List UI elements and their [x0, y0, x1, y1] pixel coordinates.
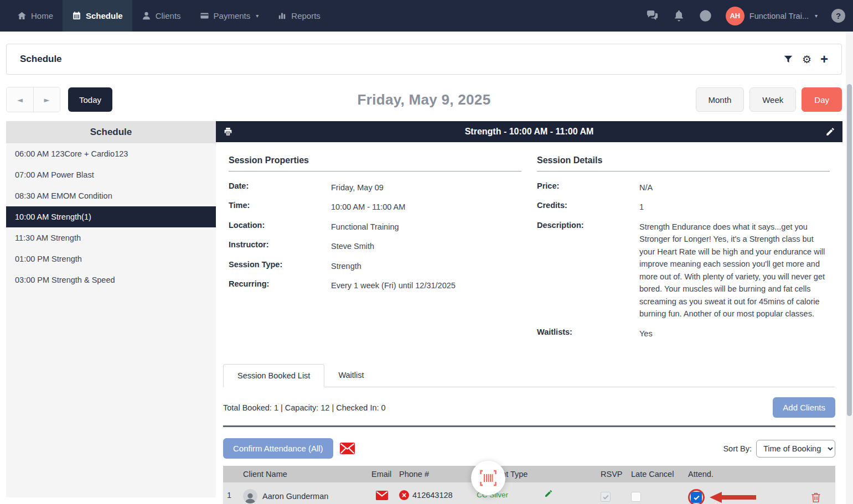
next-day-button[interactable]: ►	[33, 87, 60, 112]
person-photo-icon	[244, 491, 256, 503]
tab-waitlist[interactable]: Waitlist	[324, 364, 378, 387]
session-info-columns: Session Properties Date:Friday, May 09 T…	[229, 153, 830, 347]
home-icon	[17, 11, 27, 20]
client-avatar[interactable]	[243, 489, 257, 503]
divider	[229, 171, 521, 172]
page-header-card: Schedule ⚙ +	[6, 44, 842, 75]
location-value: Functional Training	[331, 221, 399, 233]
col-rsvp: RSVP	[601, 470, 631, 479]
nav-payments-label: Payments	[214, 11, 251, 20]
nav-schedule-label: Schedule	[86, 11, 123, 20]
calendar-icon	[72, 11, 81, 20]
rsvp-cell	[601, 489, 631, 502]
session-details: Session Details Price:N/A Credits:1 Desc…	[537, 153, 830, 347]
nav-utilities: AH Functional Trai... ▾ ?	[646, 0, 845, 32]
chevron-down-icon: ▾	[815, 13, 818, 19]
today-button[interactable]: Today	[68, 87, 112, 112]
scan-checkin-button[interactable]	[471, 461, 505, 495]
nav-reports-label: Reports	[291, 11, 320, 20]
sidebar-session-0830[interactable]: 08:30 AM EMOM Condition	[6, 185, 216, 206]
description-value: Strength Endurance does what it says...g…	[639, 221, 830, 320]
attendance-actions: Confirm Attendance (All)	[223, 438, 355, 459]
waitlists-label: Waitlists:	[537, 328, 639, 340]
sidebar-session-1300[interactable]: 01:00 PM Strength	[6, 248, 216, 269]
booking-summary: Total Booked: 1 | Capacity: 12 | Checked…	[223, 403, 386, 412]
avatar: AH	[726, 7, 745, 25]
session-title: Strength - 10:00 AM - 11:00 AM	[233, 127, 825, 137]
instructor-value: Steve Smith	[331, 240, 374, 252]
sort-by-control: Sort By: Time of Booking	[723, 440, 835, 458]
col-email: Email	[371, 470, 399, 479]
nav-item-home[interactable]: Home	[8, 0, 63, 32]
col-client-name: Client Name	[243, 470, 371, 479]
sidebar-session-0700[interactable]: 07:00 AM Power Blast	[6, 164, 216, 185]
tab-session-booked-list[interactable]: Session Booked List	[223, 364, 324, 387]
attend-checkbox[interactable]	[691, 492, 702, 503]
trash-icon[interactable]	[811, 492, 821, 503]
sort-by-select[interactable]: Time of Booking	[756, 440, 835, 458]
nav-item-reports[interactable]: Reports	[268, 0, 330, 32]
month-view-button[interactable]: Month	[696, 87, 745, 112]
bell-icon[interactable]	[673, 9, 685, 22]
sidebar-session-1130[interactable]: 11:30 AM Strength	[6, 227, 216, 248]
print-icon[interactable]	[223, 127, 233, 137]
confirm-attendance-button[interactable]: Confirm Attendance (All)	[223, 438, 333, 459]
client-name[interactable]: Aaron Gunderman	[262, 492, 328, 501]
add-clients-button[interactable]: Add Clients	[773, 397, 835, 418]
table-row: 1 Aaron Gunderman 4 i	[223, 482, 835, 504]
annotation-arrow-icon	[710, 491, 756, 504]
day-view-button[interactable]: Day	[802, 87, 842, 112]
nav-clients-label: Clients	[156, 11, 181, 20]
session-titlebar: Strength - 10:00 AM - 11:00 AM	[216, 121, 842, 142]
nav-item-schedule[interactable]: Schedule	[63, 0, 132, 32]
clock-icon[interactable]	[699, 9, 712, 22]
instructor-label: Instructor:	[229, 240, 331, 252]
email-client-icon[interactable]	[376, 491, 388, 500]
sidebar-session-0600[interactable]: 06:00 AM 123Core + Cardio123	[6, 143, 216, 164]
remove-client-cell	[811, 489, 835, 504]
rsvp-checkbox[interactable]	[601, 492, 611, 502]
price-value: N/A	[639, 181, 653, 194]
main-content: Schedule 06:00 AM 123Core + Cardio123 07…	[6, 121, 853, 497]
nav-home-label: Home	[31, 11, 53, 20]
date-label: Date:	[229, 181, 331, 194]
attendance-toolbar: Confirm Attendance (All) Sort By: Time o…	[223, 438, 835, 459]
annotation-highlight-ring	[688, 489, 705, 504]
phone-cell: × 412643128	[399, 489, 477, 500]
late-cancel-cell	[631, 489, 688, 502]
gear-icon[interactable]: ⚙	[802, 53, 811, 66]
chat-icon[interactable]	[646, 9, 659, 22]
page-scrollbar	[846, 32, 853, 504]
nav-item-payments[interactable]: Payments ▾	[190, 0, 268, 32]
account-menu[interactable]: AH Functional Trai... ▾	[726, 7, 818, 25]
booking-tabs: Session Booked List Waitlist	[223, 363, 835, 387]
top-navbar: Home Schedule Clients Payments ▾ Reports	[0, 0, 853, 32]
email-all-icon[interactable]	[340, 443, 355, 454]
prev-day-button[interactable]: ◄	[7, 87, 33, 112]
schedule-sidebar: Schedule 06:00 AM 123Core + Cardio123 07…	[6, 121, 216, 497]
location-label: Location:	[229, 221, 331, 233]
add-session-icon[interactable]: +	[820, 54, 828, 64]
session-type-value: Strength	[331, 260, 361, 272]
price-label: Price:	[537, 181, 639, 194]
date-value: Friday, May 09	[331, 181, 384, 194]
scrollbar-thumb[interactable]	[847, 84, 852, 416]
sidebar-session-1000-selected[interactable]: 10:00 AM Strength(1)	[6, 206, 216, 227]
nav-item-clients[interactable]: Clients	[132, 0, 190, 32]
edit-session-icon[interactable]	[825, 127, 835, 137]
sidebar-session-1500[interactable]: 03:00 PM Strength & Speed	[6, 269, 216, 290]
late-cancel-checkbox[interactable]	[631, 492, 641, 502]
phone-number: 412643128	[412, 491, 453, 500]
row-index: 1	[223, 489, 243, 500]
edit-payment-icon[interactable]	[544, 489, 553, 498]
details-heading: Session Details	[537, 155, 830, 165]
help-icon[interactable]: ?	[831, 9, 845, 23]
week-view-button[interactable]: Week	[749, 87, 796, 112]
filter-icon[interactable]	[783, 54, 793, 64]
booked-clients-table: Client Name Email Phone # Payment Type R…	[223, 466, 835, 504]
divider	[537, 171, 830, 172]
date-navigation: Friday, May 9, 2025 ◄ ► Today Month Week…	[6, 87, 842, 112]
col-phone: Phone #	[399, 470, 477, 479]
col-attend: Attend.	[688, 470, 782, 479]
credits-label: Credits:	[537, 201, 639, 213]
